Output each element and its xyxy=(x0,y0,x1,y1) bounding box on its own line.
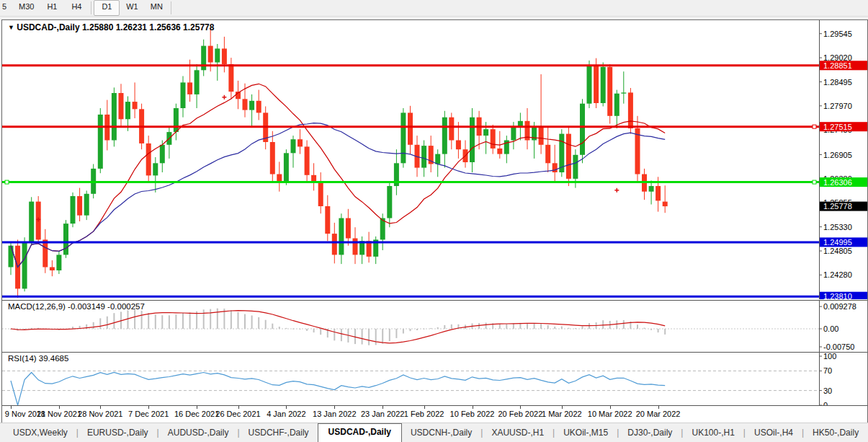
date-axis[interactable]: 9 Nov 202118 Nov 202128 Nov 20217 Dec 20… xyxy=(2,405,867,422)
tab-usdcad-daily[interactable]: USDCAD-,Daily xyxy=(318,423,402,442)
macd-bar xyxy=(362,329,363,345)
candle xyxy=(601,63,606,107)
macd-bar xyxy=(320,329,321,335)
date-label: 23 Jan 2022 xyxy=(361,410,405,418)
date-label: 16 Dec 2021 xyxy=(174,410,219,418)
axis-tick-label: 100 xyxy=(823,352,836,361)
macd-bar xyxy=(279,327,280,329)
candle xyxy=(559,129,564,177)
svg-text:1.27515: 1.27515 xyxy=(823,123,852,131)
main-chart[interactable]: 1.295451.290201.284951.279701.274501.269… xyxy=(2,20,867,299)
line-handle[interactable] xyxy=(5,180,9,184)
tab-hk50-daily[interactable]: HK50-,Daily xyxy=(804,425,867,442)
macd-bar xyxy=(437,327,439,329)
macd-bar xyxy=(210,309,211,329)
candle xyxy=(22,237,27,291)
date-tick xyxy=(148,406,149,409)
price-badge: 1.23810 xyxy=(820,292,867,299)
date-tick xyxy=(520,406,521,409)
macd-bar xyxy=(547,325,549,329)
tab-eurusd-daily[interactable]: EURUSD-,Daily xyxy=(79,425,157,442)
macd-bar xyxy=(306,329,308,331)
macd-bar xyxy=(499,324,501,329)
candle xyxy=(98,108,103,173)
axis-tick-label: 0.00 xyxy=(823,324,838,333)
tab-dj30-daily[interactable]: DJ30-,Daily xyxy=(619,425,681,442)
macd-bar xyxy=(513,324,514,329)
symbol-dropdown-icon[interactable]: ▼ xyxy=(8,24,14,31)
macd-bar xyxy=(300,329,301,330)
macd-bar xyxy=(93,322,94,329)
line-handle[interactable] xyxy=(813,180,816,184)
macd-bar xyxy=(430,328,431,329)
macd-bar xyxy=(623,320,625,329)
macd-bar xyxy=(107,317,108,329)
macd-bar xyxy=(616,320,617,329)
timeframe-button-h1[interactable]: H1 xyxy=(40,0,64,16)
date-label: 10 Mar 2022 xyxy=(588,410,632,418)
macd-bar xyxy=(244,314,246,329)
axis-tick-label: 1.24805 xyxy=(823,247,852,255)
macd-bar xyxy=(169,315,170,329)
date-label: 28 Nov 2021 xyxy=(78,410,122,418)
macd-bar xyxy=(650,329,652,330)
timeframe-button-d1[interactable]: D1 xyxy=(94,0,120,16)
macd-bar xyxy=(341,329,342,341)
macd-bar xyxy=(148,313,149,329)
date-tick xyxy=(286,406,287,409)
axis-tick-label: -0.00750 xyxy=(823,342,854,351)
candle xyxy=(284,149,289,185)
date-label: 20 Feb 2022 xyxy=(498,410,543,418)
svg-text:1.28851: 1.28851 xyxy=(823,61,852,70)
candle xyxy=(29,197,34,245)
date-tick xyxy=(382,406,383,409)
macd-bar xyxy=(141,311,143,329)
axis-tick-label: 70 xyxy=(823,366,832,375)
tab-xauusd-h1[interactable]: XAUUSD-,H1 xyxy=(483,425,552,442)
line-handle[interactable] xyxy=(813,125,816,128)
date-tick xyxy=(197,406,197,409)
tab-usdchf-daily[interactable]: USDCHF-,Daily xyxy=(240,425,318,442)
tab-usdx-weekly[interactable]: USDX,Weekly xyxy=(4,425,76,442)
macd-bar xyxy=(486,323,487,330)
macd-bar xyxy=(272,324,273,329)
macd-label: MACD(12,26,9) -0.003149 -0.000257 xyxy=(8,302,145,311)
macd-bar xyxy=(127,310,129,329)
timeframe-button-h4[interactable]: H4 xyxy=(64,0,89,16)
timeframe-button-w1[interactable]: W1 xyxy=(120,0,144,16)
date-tick xyxy=(473,406,473,409)
tab-uk100-h1[interactable]: UK100-,H1 xyxy=(683,425,743,442)
date-label: 13 Jan 2022 xyxy=(313,410,357,418)
timeframe-button-m30[interactable]: M30 xyxy=(13,0,40,16)
macd-bar xyxy=(238,312,239,329)
price-badge: 1.25778 xyxy=(820,202,867,211)
rsi-pane[interactable]: 10070300 xyxy=(2,352,867,405)
timeframe-button-mn[interactable]: MN xyxy=(144,0,169,16)
tab-audusd-daily[interactable]: AUDUSD-,Daily xyxy=(159,425,238,442)
macd-bar xyxy=(203,309,205,329)
axis-tick-label: 1.24280 xyxy=(823,270,852,279)
svg-text:1.23810: 1.23810 xyxy=(823,292,852,299)
macd-bar xyxy=(251,316,253,330)
toolbar-separator xyxy=(91,1,91,14)
candle xyxy=(607,64,612,124)
candle xyxy=(71,193,76,227)
macd-bar xyxy=(113,313,115,329)
macd-bar xyxy=(389,329,390,341)
date-tick xyxy=(100,406,101,409)
chart-tabs-bar: USDX,Weekly|EURUSD-,Daily|AUDUSD-,Daily|… xyxy=(0,423,868,442)
axis-tick-label: 1.26905 xyxy=(823,151,852,159)
tab-ukoil-m15[interactable]: UKOil-,M15 xyxy=(555,425,617,442)
macd-bar xyxy=(582,326,583,329)
macd-bar xyxy=(375,329,377,345)
toolbar-separator xyxy=(171,1,171,14)
timeframe-button-5[interactable]: 5 xyxy=(0,0,13,16)
macd-bar xyxy=(175,314,176,329)
date-label: 20 Mar 2022 xyxy=(636,410,681,418)
tab-usdcnh-daily[interactable]: USDCNH-,Daily xyxy=(402,425,480,442)
tab-usoil-h4[interactable]: USOil-,H4 xyxy=(746,425,802,442)
date-label: 7 Dec 2021 xyxy=(128,410,169,418)
macd-bar xyxy=(285,328,287,329)
svg-text:1.26306: 1.26306 xyxy=(823,178,852,187)
date-tick xyxy=(658,406,659,409)
